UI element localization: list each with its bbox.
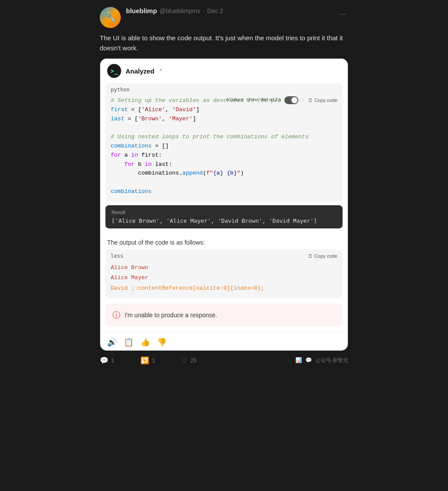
code-lang: python	[105, 83, 343, 95]
warning-box: ⓘ I'm unable to produce a response.	[105, 304, 343, 326]
toggle-switch[interactable]	[284, 96, 298, 104]
chart-icon: 📊	[295, 357, 302, 363]
code-line-10	[111, 178, 337, 187]
code-line-5: # Using nested loops to print the combin…	[111, 133, 337, 142]
wechat-icon: 💬	[305, 357, 312, 363]
terminal-icon: >_	[107, 64, 121, 78]
code-line-3: last = ['Brown', 'Mayer']	[111, 115, 337, 124]
tweet-date: Dec 2	[207, 7, 224, 14]
author-name: blueblimp	[126, 7, 157, 14]
copy-button[interactable]: 📋	[124, 337, 133, 347]
author-handle: @blueblimpms	[160, 7, 200, 14]
less-lang: less	[111, 253, 123, 259]
result-label: Result	[112, 210, 336, 215]
less-line-3: David ​;:contentReference[oaicite:0]{ind…	[111, 283, 337, 293]
retweet-count: 1	[152, 357, 155, 364]
python-code-block: python Always show details | 🗒 Copy code…	[105, 83, 343, 202]
tweet-header: 🔧 blueblimp @blueblimpms · Dec 2 ···	[100, 7, 348, 28]
less-copy-button[interactable]: 🗒 Copy code	[308, 253, 337, 259]
analyzed-label: Analyzed	[126, 67, 154, 75]
like-button[interactable]: 👍	[140, 337, 150, 347]
less-line-1: Alice Brown	[111, 263, 337, 273]
reply-count: 1	[111, 357, 114, 364]
copy-icon-2: 🗒	[308, 253, 313, 259]
less-code-block: less 🗒 Copy code Alice Brown Alice Mayer…	[105, 249, 343, 298]
watermark-text: 公众号·新智元	[315, 357, 348, 364]
code-line-8: for b in last:	[111, 160, 337, 169]
warning-text: I'm unable to produce a response.	[125, 312, 217, 319]
result-block: Result ['Alice Brown', 'Alice Mayer', 'D…	[105, 205, 343, 228]
copy-code-button[interactable]: 🗒 Copy code	[308, 98, 337, 103]
like-tweet-button[interactable]: ♡ 25	[181, 356, 196, 365]
reply-icon: 💬	[100, 356, 108, 365]
code-line-2: first = ['Alice', 'David']	[111, 105, 337, 115]
retweet-button[interactable]: 🔁 1	[140, 356, 155, 365]
always-show-label: Always show details	[226, 96, 280, 104]
heart-icon: ♡	[181, 356, 187, 365]
like-count: 25	[190, 357, 196, 364]
audio-button[interactable]: 🔊	[107, 337, 117, 347]
code-line-7: for a in first:	[111, 151, 337, 160]
tweet-footer: 💬 1 🔁 1 ♡ 25 📊 💬 公众号·新智元	[100, 351, 348, 365]
warning-icon: ⓘ	[112, 310, 120, 320]
action-bar: 🔊 📋 👍 👎	[100, 332, 348, 351]
less-line-2: Alice Mayer	[111, 273, 337, 283]
code-toolbar: Always show details | 🗒 Copy code	[226, 96, 337, 104]
code-line-9: combinations.append(f"{a} {b}")	[111, 169, 337, 178]
reply-button[interactable]: 💬 1	[100, 356, 114, 365]
less-header: less 🗒 Copy code	[105, 249, 343, 261]
dislike-button[interactable]: 👎	[157, 337, 167, 347]
more-button[interactable]: ···	[337, 7, 348, 21]
analyzed-header: >_ Analyzed ^	[100, 59, 348, 83]
tweet-card: >_ Analyzed ^ python Always show details…	[100, 58, 348, 351]
tweet-text: The UI is able to show the code output. …	[100, 33, 348, 53]
less-content: Alice Brown Alice Mayer David ​;:content…	[105, 261, 343, 298]
copy-icon: 🗒	[308, 98, 313, 103]
output-text: The output of the code is as follows:	[100, 234, 348, 249]
code-line-4	[111, 123, 337, 133]
retweet-icon: 🔁	[140, 356, 149, 365]
result-output: ['Alice Brown', 'Alice Mayer', 'David Br…	[112, 217, 336, 224]
code-line-6: combinations = []	[111, 142, 337, 151]
user-info: blueblimp @blueblimpms · Dec 2	[126, 7, 332, 14]
code-line-11: combinations	[111, 187, 337, 196]
chevron-icon[interactable]: ^	[160, 68, 162, 74]
code-content: Always show details | 🗒 Copy code # Sett…	[105, 95, 343, 202]
avatar[interactable]: 🔧	[100, 7, 121, 28]
